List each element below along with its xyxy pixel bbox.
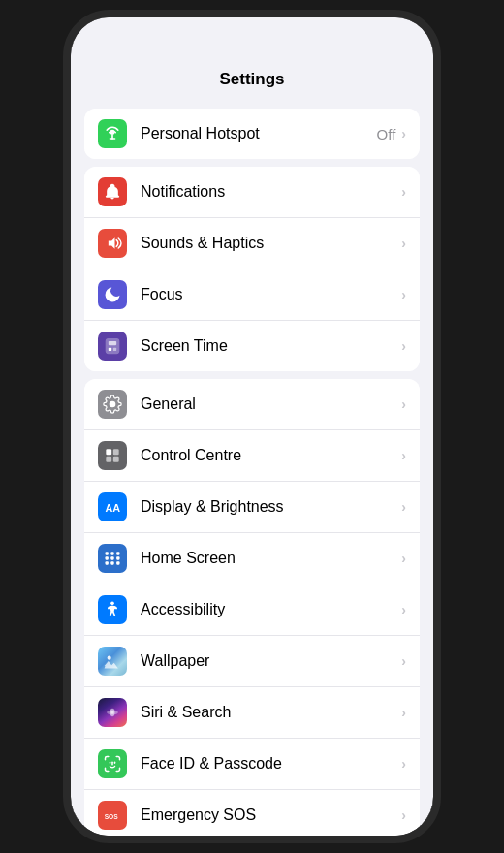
svg-rect-18 (110, 556, 113, 559)
chevron-icon: › (401, 236, 406, 251)
svg-point-8 (110, 402, 115, 407)
focus-label: Focus (141, 286, 401, 303)
sounds-label: Sounds & Haptics (141, 235, 401, 252)
svg-rect-9 (106, 449, 111, 455)
general-label: General (141, 395, 401, 413)
page-title: Settings (90, 70, 414, 89)
list-item[interactable]: Sounds & Haptics › (84, 218, 420, 269)
svg-rect-6 (109, 348, 111, 351)
svg-rect-10 (113, 449, 119, 455)
notifications-label: Notifications (141, 183, 401, 201)
svg-rect-7 (113, 348, 116, 351)
list-item[interactable]: Wallpaper › (84, 636, 420, 687)
svg-rect-17 (106, 556, 109, 559)
general-icon (98, 390, 127, 419)
svg-rect-15 (110, 552, 113, 554)
chevron-icon: › (401, 499, 406, 515)
screen-time-label: Screen Time (141, 337, 401, 355)
emergency-sos-label: Emergency SOS (141, 806, 401, 824)
display-label: Display & Brightness (141, 498, 401, 516)
list-item[interactable]: Focus › (84, 269, 420, 321)
list-item[interactable]: General › (84, 379, 420, 430)
chevron-icon: › (401, 184, 406, 200)
siri-icon (98, 698, 127, 727)
chevron-icon: › (401, 807, 406, 823)
wallpaper-label: Wallpaper (141, 652, 401, 670)
sounds-icon (98, 229, 127, 258)
list-item[interactable]: Screen Time › (84, 321, 420, 371)
chevron-icon: › (401, 448, 406, 463)
screen: Settings Personal Hotspot (71, 17, 433, 836)
list-item[interactable]: SOS Emergency SOS › (84, 790, 420, 836)
chevron-icon: › (401, 126, 406, 142)
face-id-label: Face ID & Passcode (141, 755, 401, 773)
list-item[interactable]: Face ID & Passcode › (84, 739, 420, 790)
chevron-icon: › (401, 756, 406, 772)
hotspot-value: Off (377, 126, 396, 142)
svg-rect-20 (106, 561, 109, 564)
section-hotspot: Personal Hotspot Off › (84, 109, 420, 159)
chevron-icon: › (401, 287, 406, 302)
emergency-sos-icon: SOS (98, 801, 127, 830)
svg-rect-5 (109, 341, 116, 345)
svg-rect-19 (116, 556, 119, 559)
notifications-icon (98, 177, 127, 206)
home-screen-label: Home Screen (141, 550, 401, 567)
svg-rect-14 (106, 552, 109, 554)
svg-rect-16 (116, 552, 119, 554)
scroll-content[interactable]: Personal Hotspot Off › Notifications (71, 101, 433, 836)
svg-rect-22 (116, 561, 119, 564)
svg-marker-3 (109, 237, 115, 249)
screen-time-icon (98, 332, 127, 361)
svg-point-23 (110, 602, 114, 606)
list-item[interactable]: Personal Hotspot Off › (84, 109, 420, 159)
svg-rect-11 (106, 457, 111, 462)
svg-rect-4 (106, 339, 118, 354)
svg-rect-12 (113, 457, 119, 462)
display-icon: AA (98, 492, 127, 521)
focus-icon (98, 280, 127, 309)
chevron-icon: › (401, 653, 406, 669)
list-item[interactable]: AA Display & Brightness › (84, 482, 420, 533)
accessibility-label: Accessibility (141, 601, 401, 618)
siri-label: Siri & Search (141, 704, 401, 721)
chevron-icon: › (401, 602, 406, 617)
wallpaper-icon (98, 647, 127, 676)
list-item[interactable]: Control Centre › (84, 430, 420, 482)
face-id-icon (98, 749, 127, 778)
svg-rect-21 (110, 561, 113, 564)
svg-text:SOS: SOS (105, 813, 119, 820)
home-screen-icon (98, 544, 127, 573)
chevron-icon: › (401, 705, 406, 720)
phone-frame: Settings Personal Hotspot (63, 10, 441, 843)
status-bar (71, 17, 433, 66)
svg-text:AA: AA (106, 502, 121, 514)
control-centre-label: Control Centre (141, 447, 401, 464)
list-item[interactable]: Notifications › (84, 167, 420, 218)
control-centre-icon (98, 441, 127, 470)
section-notifications: Notifications › Sounds & Haptics › (84, 167, 420, 371)
list-item[interactable]: Home Screen › (84, 533, 420, 584)
chevron-icon: › (401, 338, 406, 354)
accessibility-icon (98, 595, 127, 624)
hotspot-label: Personal Hotspot (141, 125, 377, 142)
svg-point-27 (110, 711, 113, 713)
section-general: General › Control Centre › (84, 379, 420, 836)
chevron-icon: › (401, 551, 406, 566)
chevron-icon: › (401, 396, 406, 412)
list-item[interactable]: Accessibility › (84, 584, 420, 636)
svg-point-24 (108, 656, 111, 660)
hotspot-icon (98, 119, 127, 148)
page-header: Settings (71, 66, 433, 101)
list-item[interactable]: Siri & Search › (84, 687, 420, 739)
